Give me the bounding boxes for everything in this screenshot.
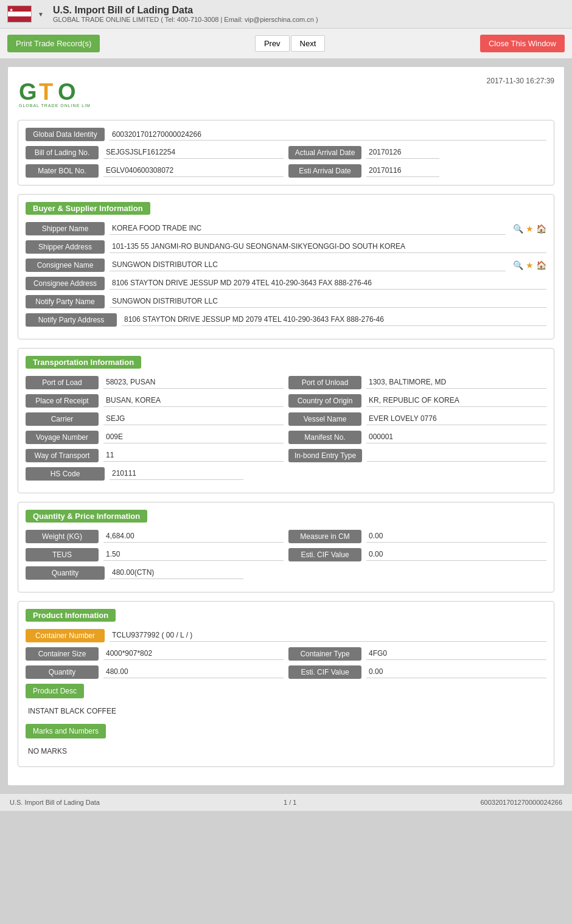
nav-buttons: Prev Next: [255, 35, 325, 52]
quantity-label: Quantity: [26, 566, 105, 580]
consignee-search-icon[interactable]: 🔍: [513, 260, 523, 270]
marks-numbers-button[interactable]: Marks and Numbers: [26, 724, 106, 738]
container-size-label: Container Size: [26, 647, 99, 661]
app-header: ▼ U.S. Import Bill of Lading Data GLOBAL…: [0, 0, 572, 29]
consignee-address-value: 8106 STAYTON DRIVE JESSUP MD 2079 4TEL 4…: [110, 277, 546, 290]
shipper-name-row: Shipper Name KOREA FOOD TRADE INC 🔍 ★ 🏠: [26, 222, 546, 235]
global-data-identity-value: 6003201701270000024266: [110, 129, 546, 141]
actual-arrival-value: 20170126: [366, 147, 439, 159]
consignee-name-value: SUNGWON DISTRIBUTOR LLC: [110, 259, 506, 271]
product-cif-label: Esti. CIF Value: [288, 665, 361, 679]
product-desc-value: INSTANT BLACK COFFEE: [26, 703, 546, 719]
vessel-value: EVER LOVELY 0776: [366, 413, 546, 425]
global-data-identity-label: Global Data Identity: [26, 128, 105, 141]
product-qty-value: 480.00: [103, 666, 284, 678]
marks-numbers-row: Marks and Numbers: [26, 724, 546, 738]
consignee-name-icons: 🔍 ★ 🏠: [513, 260, 546, 270]
star-icon[interactable]: ★: [526, 224, 534, 234]
voyage-col: Voyage Number 009E: [26, 431, 284, 444]
way-transport-col: Way of Transport 11: [26, 449, 284, 462]
toolbar: Print Trade Record(s) Prev Next Close Th…: [0, 29, 572, 59]
port-load-col: Port of Load 58023, PUSAN: [26, 376, 284, 389]
measure-label: Measure in CM: [288, 530, 361, 543]
hs-code-value: 210111: [110, 468, 243, 480]
carrier-col: Carrier SEJG: [26, 412, 284, 426]
mater-bol-row: Mater BOL No. EGLV040600308072 Esti Arri…: [26, 164, 546, 178]
weight-col: Weight (KG) 4,684.00: [26, 530, 284, 543]
consignee-name-label: Consignee Name: [26, 259, 105, 272]
esti-cif-label: Esti. CIF Value: [288, 548, 361, 561]
mater-bol-label: Mater BOL No.: [26, 164, 99, 178]
next-button[interactable]: Next: [291, 35, 326, 52]
inbond-value: [367, 450, 546, 462]
bol-arrival-row: Bill of Lading No. SEJGSJSLF1612254 Actu…: [26, 146, 546, 159]
print-button[interactable]: Print Trade Record(s): [7, 35, 100, 52]
container-size-value: 4000*907*802: [103, 648, 284, 660]
carrier-label: Carrier: [26, 412, 99, 426]
product-qty-col: Quantity 480.00: [26, 665, 284, 679]
flag-icon: [7, 5, 32, 23]
svg-text:O: O: [58, 79, 76, 105]
receipt-origin-row: Place of Receipt BUSAN, KOREA Country of…: [26, 394, 546, 408]
shipper-name-icons: 🔍 ★ 🏠: [513, 224, 546, 234]
product-qty-label: Quantity: [26, 665, 99, 679]
container-type-label: Container Type: [288, 647, 361, 661]
consignee-star-icon[interactable]: ★: [526, 260, 534, 270]
measure-col: Measure in CM 0.00: [288, 530, 546, 543]
logo-box: G T O GLOBAL TRADE ONLINE LIMITED: [18, 77, 91, 110]
shipper-address-label: Shipper Address: [26, 240, 105, 254]
notify-party-address-value: 8106 STAYTON DRIVE JESSUP MD 2079 4TEL 4…: [122, 314, 546, 326]
shipper-name-label: Shipper Name: [26, 222, 105, 235]
way-transport-label: Way of Transport: [26, 449, 99, 462]
global-data-identity-row: Global Data Identity 6003201701270000024…: [26, 128, 546, 141]
bol-col: Bill of Lading No. SEJGSJSLF1612254: [26, 146, 284, 159]
notify-party-address-row: Notify Party Address 8106 STAYTON DRIVE …: [26, 313, 546, 327]
port-load-label: Port of Load: [26, 376, 99, 389]
close-button[interactable]: Close This Window: [480, 35, 565, 52]
main-content: G T O GLOBAL TRADE ONLINE LIMITED 2017-1…: [7, 66, 565, 786]
container-type-value: 4FG0: [366, 648, 546, 660]
mater-bol-col: Mater BOL No. EGLV040600308072: [26, 164, 284, 178]
svg-text:GLOBAL TRADE ONLINE LIMITED: GLOBAL TRADE ONLINE LIMITED: [19, 103, 91, 108]
carrier-vessel-row: Carrier SEJG Vessel Name EVER LOVELY 077…: [26, 412, 546, 426]
shipper-address-row: Shipper Address 101-135 55 JANGMI-RO BUN…: [26, 240, 546, 254]
country-origin-value: KR, REPUBLIC OF KOREA: [366, 395, 546, 407]
port-unload-value: 1303, BALTIMORE, MD: [366, 377, 546, 389]
teus-col: TEUS 1.50: [26, 548, 284, 561]
vessel-label: Vessel Name: [288, 412, 361, 426]
product-cif-col: Esti. CIF Value 0.00: [288, 665, 546, 679]
buyer-supplier-section: Buyer & Supplier Information Shipper Nam…: [18, 194, 554, 339]
hs-code-row: HS Code 210111: [26, 467, 546, 481]
inbond-label: In-bond Entry Type: [288, 449, 362, 462]
place-receipt-value: BUSAN, KOREA: [103, 395, 284, 407]
flag-dropdown-arrow[interactable]: ▼: [38, 11, 44, 18]
product-info-header: Product Information: [26, 609, 116, 622]
container-size-type-row: Container Size 4000*907*802 Container Ty…: [26, 647, 546, 661]
product-cif-value: 0.00: [366, 666, 546, 678]
vessel-col: Vessel Name EVER LOVELY 0776: [288, 412, 546, 426]
home-icon[interactable]: 🏠: [536, 224, 546, 234]
quantity-price-section: Quantity & Price Information Weight (KG)…: [18, 502, 554, 592]
hs-code-label: HS Code: [26, 467, 105, 481]
port-unload-col: Port of Unload 1303, BALTIMORE, MD: [288, 376, 546, 389]
product-desc-button[interactable]: Product Desc: [26, 684, 84, 698]
gto-logo-svg: G T O GLOBAL TRADE ONLINE LIMITED: [18, 77, 91, 110]
timestamp: 2017-11-30 16:27:39: [487, 77, 554, 85]
transport-inbond-row: Way of Transport 11 In-bond Entry Type: [26, 449, 546, 462]
prev-button[interactable]: Prev: [255, 35, 290, 52]
manifest-col: Manifest No. 000001: [288, 431, 546, 444]
transportation-section: Transportation Information Port of Load …: [18, 348, 554, 493]
search-icon[interactable]: 🔍: [513, 224, 523, 234]
consignee-home-icon[interactable]: 🏠: [536, 260, 546, 270]
svg-text:G: G: [19, 79, 37, 105]
esti-arrival-col: Esti Arrival Date 20170116: [288, 164, 546, 178]
app-subtitle: GLOBAL TRADE ONLINE LIMITED ( Tel: 400-7…: [53, 16, 318, 23]
manifest-value: 000001: [366, 431, 546, 443]
teus-cif-row: TEUS 1.50 Esti. CIF Value 0.00: [26, 548, 546, 561]
consignee-address-row: Consignee Address 8106 STAYTON DRIVE JES…: [26, 277, 546, 290]
page-footer: U.S. Import Bill of Lading Data 1 / 1 60…: [0, 793, 572, 811]
place-receipt-label: Place of Receipt: [26, 394, 99, 408]
shipper-address-value: 101-135 55 JANGMI-RO BUNDANG-GU SEONGNAM…: [110, 241, 546, 253]
esti-cif-value: 0.00: [366, 549, 546, 561]
bol-label: Bill of Lading No.: [26, 146, 99, 159]
